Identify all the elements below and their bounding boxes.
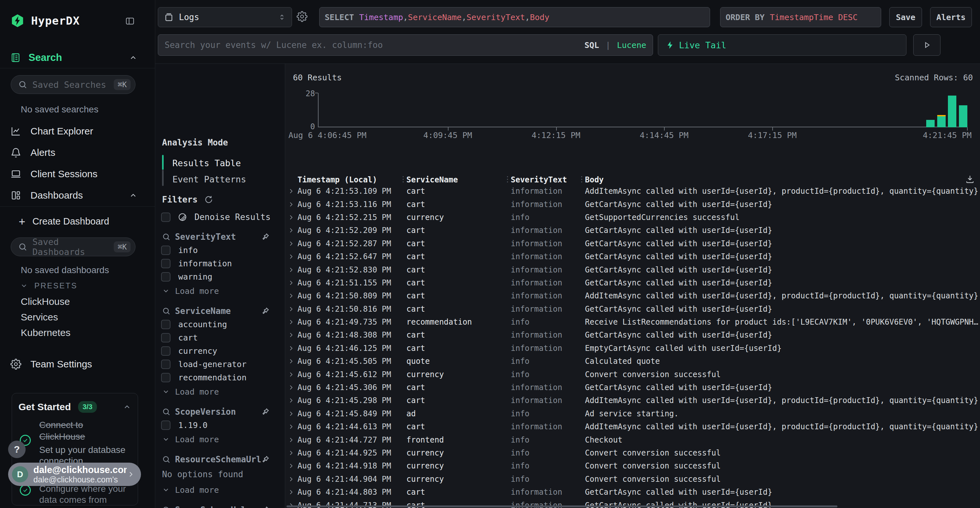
chevron-up-icon[interactable] xyxy=(129,54,137,62)
mode-sql[interactable]: SQL xyxy=(584,41,599,50)
checkbox[interactable] xyxy=(161,333,170,343)
checkbox[interactable] xyxy=(161,246,170,255)
row-expand-icon[interactable] xyxy=(288,397,298,404)
table-row[interactable]: Aug 6 4:21:52.647 PMcartinformationGetCa… xyxy=(285,250,980,263)
order-by-input[interactable]: ORDER BY TimestampTime DESC xyxy=(720,7,881,27)
source-settings-gear-icon[interactable] xyxy=(296,11,307,22)
chevron-up-icon[interactable] xyxy=(123,403,131,411)
row-expand-icon[interactable] xyxy=(288,489,298,495)
preset-item-kubernetes[interactable]: Kubernetes xyxy=(0,325,155,340)
column-header-severitytext[interactable]: ⋮SeverityText xyxy=(511,175,585,184)
pin-icon[interactable] xyxy=(261,407,270,416)
checkbox[interactable] xyxy=(161,272,170,281)
column-header-servicename[interactable]: ⋮ServiceName xyxy=(406,175,511,184)
search-input[interactable]: Search your events w/ Lucene ex. column:… xyxy=(158,34,653,56)
checkbox[interactable] xyxy=(161,346,170,356)
load-more-button[interactable]: Load more xyxy=(155,284,285,298)
denoise-results-toggle[interactable]: Denoise Results xyxy=(161,212,270,222)
filter-option[interactable]: load-generator xyxy=(155,358,285,371)
chevron-up-icon[interactable] xyxy=(129,191,137,200)
tab-results-table[interactable]: Results Table xyxy=(172,158,241,168)
collapse-sidebar-icon[interactable] xyxy=(125,16,135,26)
sidebar-item-search[interactable]: Search xyxy=(0,51,155,65)
row-expand-icon[interactable] xyxy=(288,214,298,221)
column-header-timestamp[interactable]: Timestamp (Local) xyxy=(298,175,406,184)
table-row[interactable]: Aug 6 4:21:44.727 PMfrontendinfoCheckout xyxy=(285,433,980,446)
preset-item-services[interactable]: Services xyxy=(0,310,155,325)
row-expand-icon[interactable] xyxy=(288,201,298,208)
sql-select-input[interactable]: SELECT Timestamp,ServiceName,SeverityTex… xyxy=(319,7,710,27)
create-dashboard-button[interactable]: + Create Dashboard xyxy=(0,215,155,228)
table-row[interactable]: Aug 6 4:21:53.109 PMcartinformationAddIt… xyxy=(285,185,980,198)
filter-option[interactable]: cart xyxy=(155,331,285,344)
saved-dashboards-input[interactable]: Saved Dashboards ⌘K xyxy=(11,238,135,256)
pin-icon[interactable] xyxy=(261,306,270,316)
table-row[interactable]: Aug 6 4:21:44.613 PMcartinformationAddIt… xyxy=(285,420,980,433)
sidebar-item-chart-explorer[interactable]: Chart Explorer xyxy=(0,121,155,142)
filter-option[interactable]: 1.19.0 xyxy=(155,419,285,432)
search-icon[interactable] xyxy=(162,307,170,315)
table-row[interactable]: Aug 6 4:21:45.298 PMcartinformationAddIt… xyxy=(285,394,980,407)
row-expand-icon[interactable] xyxy=(288,345,298,351)
presets-toggle[interactable]: PRESETS xyxy=(0,279,155,292)
preset-item-clickhouse[interactable]: ClickHouse xyxy=(0,294,155,310)
filter-option[interactable]: information xyxy=(155,257,285,270)
row-expand-icon[interactable] xyxy=(288,450,298,456)
alerts-button[interactable]: Alerts xyxy=(930,7,972,27)
table-row[interactable]: Aug 6 4:21:48.308 PMcartinformationGetCa… xyxy=(285,329,980,341)
table-row[interactable]: Aug 6 4:21:45.612 PMcurrencyinfoConvert … xyxy=(285,368,980,381)
filter-option[interactable]: currency xyxy=(155,344,285,358)
saved-searches-input[interactable]: Saved Searches ⌘K xyxy=(11,75,135,94)
load-more-button[interactable]: Load more xyxy=(155,432,285,446)
table-row[interactable]: Aug 6 4:21:44.918 PMcurrencyinfoConvert … xyxy=(285,459,980,472)
row-expand-icon[interactable] xyxy=(288,292,298,299)
table-row[interactable]: Aug 6 4:21:46.125 PMcartinformationEmpty… xyxy=(285,342,980,355)
table-row[interactable]: Aug 6 4:21:50.816 PMcartinformationGetCa… xyxy=(285,303,980,316)
sidebar-item-team-settings[interactable]: Team Settings xyxy=(0,354,155,374)
live-tail-button[interactable]: Live Tail xyxy=(658,34,907,56)
search-icon[interactable] xyxy=(162,506,170,508)
source-select[interactable]: Logs xyxy=(158,7,292,27)
row-expand-icon[interactable] xyxy=(288,227,298,233)
tab-event-patterns[interactable]: Event Patterns xyxy=(172,174,246,184)
column-resize-handle[interactable]: ⋮ xyxy=(399,175,407,184)
table-row[interactable]: Aug 6 4:21:53.116 PMcartinformationGetCa… xyxy=(285,198,980,211)
row-expand-icon[interactable] xyxy=(288,437,298,443)
load-more-button[interactable]: Load more xyxy=(155,385,285,398)
row-expand-icon[interactable] xyxy=(288,476,298,483)
filter-option[interactable]: info xyxy=(155,244,285,257)
row-expand-icon[interactable] xyxy=(288,371,298,378)
row-expand-icon[interactable] xyxy=(288,253,298,260)
row-expand-icon[interactable] xyxy=(288,411,298,417)
load-more-button[interactable]: Load more xyxy=(155,483,285,497)
row-expand-icon[interactable] xyxy=(288,319,298,325)
table-row[interactable]: Aug 6 4:21:52.209 PMcartinformationGetCa… xyxy=(285,224,980,237)
sidebar-item-alerts[interactable]: Alerts xyxy=(0,142,155,163)
mode-lucene[interactable]: Lucene xyxy=(617,41,646,50)
run-query-button[interactable] xyxy=(913,34,940,56)
refresh-icon[interactable] xyxy=(204,195,213,204)
table-row[interactable]: Aug 6 4:21:52.215 PMcurrencyinfoGetSuppo… xyxy=(285,211,980,224)
histogram-bar[interactable] xyxy=(959,105,967,127)
table-row[interactable]: Aug 6 4:21:45.505 PMquoteinfoCalculated … xyxy=(285,355,980,368)
search-icon[interactable] xyxy=(162,408,170,416)
row-expand-icon[interactable] xyxy=(288,463,298,469)
pin-icon[interactable] xyxy=(261,455,270,464)
help-button[interactable]: ? xyxy=(8,441,25,458)
row-expand-icon[interactable] xyxy=(288,384,298,391)
row-expand-icon[interactable] xyxy=(288,279,298,286)
checkbox[interactable] xyxy=(161,213,170,222)
sidebar-item-client-sessions[interactable]: Client Sessions xyxy=(0,163,155,185)
checkbox[interactable] xyxy=(161,360,170,369)
get-started-step-title[interactable]: Connect to ClickHouse xyxy=(39,419,85,443)
table-row[interactable]: Aug 6 4:21:52.830 PMcartinformationGetCa… xyxy=(285,263,980,276)
user-menu[interactable]: D dale@clickhouse.com dale@clickhouse.co… xyxy=(8,463,141,486)
histogram-bar[interactable] xyxy=(948,95,956,127)
row-expand-icon[interactable] xyxy=(288,240,298,247)
download-icon[interactable] xyxy=(965,174,975,184)
row-expand-icon[interactable] xyxy=(288,267,298,273)
row-expand-icon[interactable] xyxy=(288,424,298,430)
pin-icon[interactable] xyxy=(261,505,270,508)
table-row[interactable]: Aug 6 4:21:51.155 PMcartinformationGetCa… xyxy=(285,276,980,289)
filter-option[interactable]: accounting xyxy=(155,318,285,331)
